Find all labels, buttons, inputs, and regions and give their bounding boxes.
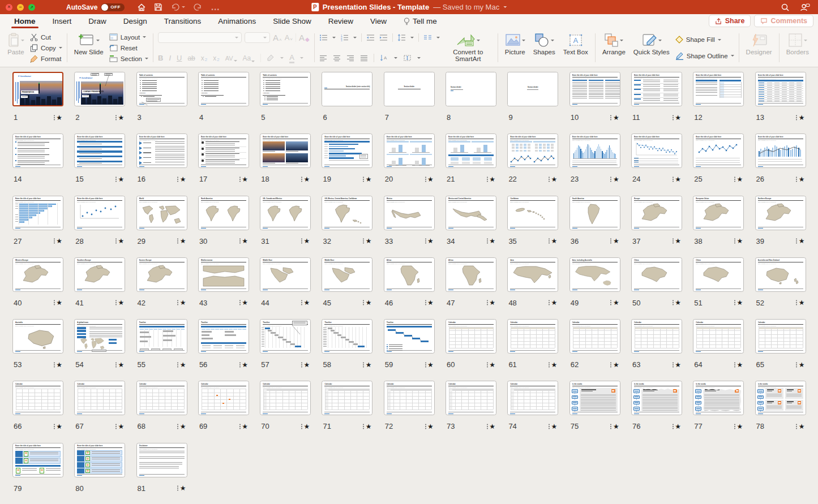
text-direction-icon[interactable]: A xyxy=(380,54,388,62)
animation-star-icon[interactable]: ★ xyxy=(425,176,434,183)
decrease-indent-icon[interactable] xyxy=(366,34,375,41)
slide-thumbnail-49[interactable]: Asia, including AustraliaEnter a subtitl… xyxy=(569,257,620,292)
slide-thumbnail-19[interactable]: Enter the title of your slide hereEnter … xyxy=(322,133,372,168)
slide-thumbnail-20[interactable]: Enter the title of your slide hereEnter … xyxy=(384,133,435,168)
slide-thumbnail-72[interactable]: CalendarEnter a subtitle here if you nee… xyxy=(384,381,435,415)
tab-animations[interactable]: Animations xyxy=(209,14,264,28)
slide-thumbnail-47[interactable]: AfricaEnter a subtitle here if you need … xyxy=(446,257,496,292)
animation-star-icon[interactable]: ★ xyxy=(54,361,62,368)
slide-thumbnail-26[interactable]: Enter the title of your slide hereEnter … xyxy=(755,133,806,168)
change-case-button[interactable]: Aa xyxy=(243,54,255,62)
animation-star-icon[interactable]: ★ xyxy=(487,423,495,430)
strikethrough-button[interactable]: ab xyxy=(187,54,195,62)
animation-star-icon[interactable]: ★ xyxy=(425,238,434,244)
slide-thumbnail-74[interactable]: CalendarEnter a subtitle here if you nee… xyxy=(507,381,558,415)
animation-star-icon[interactable]: ★ xyxy=(115,299,124,306)
shapes-button[interactable]: Shapes xyxy=(531,31,558,65)
increase-font-size-button[interactable]: A˄ xyxy=(273,33,282,42)
animation-star-icon[interactable]: ★ xyxy=(734,176,743,183)
slide-thumbnail-16[interactable]: Enter the title of your slide hereEnter … xyxy=(136,133,187,168)
animation-star-icon[interactable]: ★ xyxy=(301,238,310,244)
slide-thumbnail-68[interactable]: CalendarEnter a subtitle here if you nee… xyxy=(136,381,187,415)
slide-thumbnail-60[interactable]: CalendarEnter a subtitle here if you nee… xyxy=(446,319,496,354)
align-center-icon[interactable] xyxy=(333,55,341,62)
animation-star-icon[interactable]: ★ xyxy=(549,176,557,183)
slide-thumbnail-56[interactable]: TimelineEnter a subtitle here if you nee… xyxy=(198,319,249,354)
animation-star-icon[interactable]: ★ xyxy=(796,423,804,430)
arrange-button[interactable]: Arrange xyxy=(600,31,628,65)
slide-thumbnail-32[interactable]: US, Mexico, Central America, CaribbeanEn… xyxy=(322,196,372,230)
animation-star-icon[interactable]: ★ xyxy=(115,361,124,368)
slide-thumbnail-13[interactable]: Enter the title of your slide hereEnter … xyxy=(755,72,806,106)
underline-button[interactable]: U xyxy=(177,54,182,62)
slide-thumbnail-15[interactable]: Enter the title of your slide hereEnter … xyxy=(74,133,125,168)
borders-button[interactable]: Borders xyxy=(784,31,811,65)
slide-thumbnail-10[interactable]: Enter the title of your slide hereEnter … xyxy=(569,72,620,106)
align-text-vertical-icon[interactable] xyxy=(403,54,412,62)
slide-thumbnail-73[interactable]: CalendarEnter a subtitle here if you nee… xyxy=(446,381,496,415)
slide-thumbnail-71[interactable]: CalendarEnter a subtitle here if you nee… xyxy=(322,381,372,415)
close-window-button[interactable]: × xyxy=(6,4,12,11)
animation-star-icon[interactable]: ★ xyxy=(549,423,557,430)
animation-star-icon[interactable]: ★ xyxy=(301,361,310,368)
animation-star-icon[interactable]: ★ xyxy=(796,361,804,368)
presence-icon[interactable] xyxy=(800,3,810,12)
animation-star-icon[interactable]: ★ xyxy=(177,176,186,183)
animation-star-icon[interactable]: ★ xyxy=(239,361,248,368)
slide-thumbnail-76[interactable]: In the mediaEnter a subtitle here if you… xyxy=(631,381,682,415)
more-commands-icon[interactable]: … xyxy=(211,5,220,10)
search-icon[interactable] xyxy=(781,3,790,12)
animation-star-icon[interactable]: ★ xyxy=(673,238,681,244)
slide-thumbnail-28[interactable]: Enter the title of your slide hereEnter … xyxy=(74,196,125,230)
animation-star-icon[interactable]: ★ xyxy=(177,299,186,306)
slide-thumbnail-5[interactable]: Table of contentsEnter a subtitle here i… xyxy=(260,72,311,106)
align-right-icon[interactable] xyxy=(346,55,354,62)
slide-thumbnail-8[interactable]: Section divider xyxy=(446,72,496,106)
animation-star-icon[interactable]: ★ xyxy=(54,299,62,306)
slide-thumbnail-63[interactable]: CalendarEnter a subtitle here if you nee… xyxy=(631,319,682,354)
new-slide-button[interactable]: New Slide xyxy=(72,31,106,65)
tab-slide-show[interactable]: Slide Show xyxy=(264,14,320,28)
tab-review[interactable]: Review xyxy=(320,14,362,28)
animation-star-icon[interactable]: ★ xyxy=(487,361,495,368)
bullets-icon[interactable] xyxy=(319,34,328,41)
animation-star-icon[interactable]: ★ xyxy=(115,176,124,183)
layout-button[interactable]: Layout xyxy=(109,32,148,42)
animation-star-icon[interactable]: ★ xyxy=(177,361,186,368)
animation-star-icon[interactable]: ★ xyxy=(301,423,310,430)
slide-thumbnail-62[interactable]: CalendarEnter a subtitle here if you nee… xyxy=(569,319,620,354)
animation-star-icon[interactable]: ★ xyxy=(549,361,557,368)
slide-thumbnail-52[interactable]: Australia and New ZealandEnter a subtitl… xyxy=(755,257,806,292)
reset-button[interactable]: Reset xyxy=(109,42,148,53)
animation-star-icon[interactable]: ★ xyxy=(610,299,619,306)
slide-thumbnail-25[interactable]: Enter the title of your slide hereEnter … xyxy=(693,133,744,168)
slide-thumbnail-44[interactable]: Middle EastEnter a subtitle here if you … xyxy=(260,257,311,292)
animation-star-icon[interactable]: ★ xyxy=(734,299,743,306)
font-name-combobox[interactable] xyxy=(158,32,242,43)
slide-thumbnail-3[interactable]: Table of contentsEnter a subtitle here i… xyxy=(136,72,187,106)
slide-thumbnail-77[interactable]: In the mediaEnter a subtitle here if you… xyxy=(693,381,744,415)
slide-thumbnail-14[interactable]: Enter the title of your slide hereEnter … xyxy=(12,133,63,168)
animation-star-icon[interactable]: ★ xyxy=(673,299,681,306)
line-spacing-icon[interactable] xyxy=(397,34,406,41)
animation-star-icon[interactable]: ★ xyxy=(54,423,62,430)
animation-star-icon[interactable]: ★ xyxy=(425,361,434,368)
animation-star-icon[interactable]: ★ xyxy=(363,361,371,368)
animation-star-icon[interactable]: ★ xyxy=(796,114,804,121)
slide-thumbnail-59[interactable]: TimelineEnter a subtitle here if you nee… xyxy=(384,319,435,354)
slide-thumbnail-4[interactable]: Table of contentsEnter a subtitle here i… xyxy=(198,72,249,106)
animation-star-icon[interactable]: ★ xyxy=(425,299,434,306)
slide-thumbnail-53[interactable]: AustraliaEnter a subtitle here if you ne… xyxy=(12,319,63,354)
slide-thumbnail-50[interactable]: ChinaEnter a subtitle here if you need i… xyxy=(631,257,682,292)
slide-thumbnail-37[interactable]: EuropeEnter a subtitle here if you need … xyxy=(631,196,682,230)
animation-star-icon[interactable]: ★ xyxy=(610,423,619,430)
numbering-icon[interactable]: 123 xyxy=(340,34,349,41)
slide-thumbnail-80[interactable]: Enter the title of your slide hereEnter … xyxy=(74,443,125,477)
animation-star-icon[interactable]: ★ xyxy=(487,299,495,306)
slide-thumbnail-46[interactable]: AfricaEnter a subtitle here if you need … xyxy=(384,257,435,292)
slide-thumbnail-58[interactable]: TimelineEnter a subtitle here if you nee… xyxy=(322,319,372,354)
slide-thumbnail-36[interactable]: South AmericaEnter a subtitle here if yo… xyxy=(569,196,620,230)
designer-button[interactable]: Designer xyxy=(744,31,774,65)
slide-thumbnail-66[interactable]: CalendarEnter a subtitle here if you nee… xyxy=(12,381,63,415)
animation-star-icon[interactable]: ★ xyxy=(115,423,124,430)
